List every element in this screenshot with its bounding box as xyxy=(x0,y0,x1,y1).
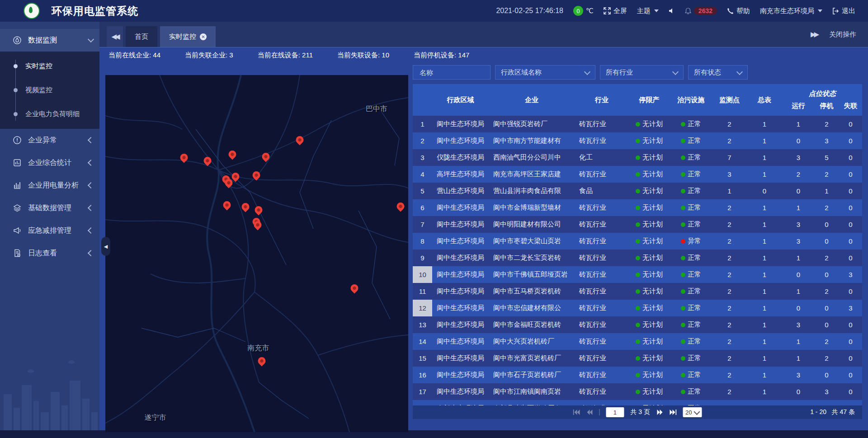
cell-stopped: 0 xyxy=(814,237,839,245)
fullscreen-button[interactable]: 全屏 xyxy=(604,7,627,15)
chevron-down-icon xyxy=(736,68,743,75)
cell-company: 阆中市金福旺页岩机砖 xyxy=(489,320,575,329)
cell-running: 1 xyxy=(783,287,814,295)
table-row[interactable]: 9阆中生态环境局阆中市二龙长宝页岩砖砖瓦行业无计划正常21120 xyxy=(413,250,862,266)
stat-item: 当前停机设备: 147 xyxy=(414,51,469,60)
map-pin-icon[interactable] xyxy=(229,151,236,158)
tab-scroll-right-button[interactable]: ▶▶ xyxy=(811,30,817,38)
page-size-select[interactable]: 20 xyxy=(683,407,702,417)
cell-index: 12 xyxy=(413,300,432,316)
first-page-button[interactable] xyxy=(573,410,580,415)
table-row[interactable]: 4高坪生态环境局南充市高坪区王家店建砖瓦行业无计划正常31220 xyxy=(413,166,862,183)
cell-index: 1 xyxy=(413,120,432,128)
table-row[interactable]: 10阆中生态环境局阆中市千佛镇五郎垭页岩砖瓦行业无计划正常21003 xyxy=(413,266,862,283)
sidebar-item-基础数据管理[interactable]: 基础数据管理 xyxy=(0,197,99,219)
map-pin-icon[interactable] xyxy=(262,153,270,160)
map-collapse-button[interactable]: ◀ xyxy=(101,237,110,256)
close-operations-button[interactable]: 关闭操作 xyxy=(829,30,856,39)
page-number-input[interactable] xyxy=(606,407,624,417)
map-pin-icon[interactable] xyxy=(258,357,266,365)
name-filter-input[interactable] xyxy=(419,68,485,77)
tab-scroll-left-button[interactable]: ◀◀ xyxy=(107,26,123,47)
last-page-button[interactable] xyxy=(669,410,676,415)
table-row[interactable]: 7阆中生态环境局阆中明阳建材有限公司砖瓦行业无计划正常21300 xyxy=(413,216,862,233)
cell-facility-status: 正常 xyxy=(670,387,712,396)
table-row[interactable]: 15阆中生态环境局阆中市光富页岩机砖厂砖瓦行业无计划正常21120 xyxy=(413,350,862,367)
cell-disconnected: 0 xyxy=(839,321,862,329)
table-row[interactable]: 14阆中生态环境局阆中大兴页岩机砖厂砖瓦行业无计划正常21120 xyxy=(413,333,862,350)
map-pin-icon[interactable] xyxy=(223,201,231,209)
tab-实时监控[interactable]: 实时监控 ✕ xyxy=(160,26,216,47)
alarm-indicator[interactable]: 2632 xyxy=(685,7,717,15)
submenu-item-视频监控[interactable]: 视频监控 xyxy=(0,78,99,102)
table-row[interactable]: 17阆中生态环境局阆中市江南镇阆南页岩砖瓦行业无计划正常21030 xyxy=(413,383,862,400)
tab-首页[interactable]: 首页 xyxy=(126,26,157,47)
cell-monitor-points: 2 xyxy=(712,287,746,295)
map-pin-icon[interactable] xyxy=(232,173,240,180)
map-pin-icon[interactable] xyxy=(242,203,250,211)
map-pin-icon[interactable] xyxy=(204,157,212,165)
table-row[interactable]: 16阆中生态环境局阆中市石子页岩机砖厂砖瓦行业无计划正常21300 xyxy=(413,367,862,383)
table-row[interactable]: 12阆中生态环境局阆中市忠信建材有限公砖瓦行业无计划正常21003 xyxy=(413,300,862,316)
map-pin-icon[interactable] xyxy=(180,154,188,161)
tab-close-icon[interactable]: ✕ xyxy=(200,33,207,40)
cell-company: 阆中市江南镇阆南页岩 xyxy=(489,387,575,396)
sidebar-item-企业综合统计[interactable]: 企业综合统计 xyxy=(0,151,99,174)
table-row[interactable]: 3仪陇生态环境局西南油气田分公司川中化工无计划正常71350 xyxy=(413,149,862,166)
cell-company: 阆中大兴页岩机砖厂 xyxy=(489,337,575,346)
table-row[interactable]: 1阆中生态环境局阆中强锐页岩砖厂砖瓦行业无计划正常21120 xyxy=(413,116,862,132)
cell-total-meters: 1 xyxy=(746,354,783,362)
table-row[interactable]: 6阆中生态环境局阆中市金博瑞新型墙材砖瓦行业无计划正常21120 xyxy=(413,199,862,216)
sidebar-item-数据监测[interactable]: 数据监测 xyxy=(0,29,99,52)
cell-region: 阆中生态环境局 xyxy=(432,237,489,245)
map-pin-icon[interactable] xyxy=(296,136,304,144)
industry-filter-select[interactable]: 所有行业 xyxy=(600,65,684,80)
map-panel[interactable]: 巴中市南充市遂宁市 ◀ xyxy=(105,75,408,432)
cell-total-meters: 1 xyxy=(746,287,783,295)
logout-icon xyxy=(832,8,839,14)
sidebar-item-应急减排管理[interactable]: 应急减排管理 xyxy=(0,219,99,242)
map-pin-icon[interactable] xyxy=(351,284,359,292)
cell-industry: 砖瓦行业 xyxy=(575,203,629,212)
logout-button[interactable]: 退出 xyxy=(832,7,855,15)
col-header-lost: 失联 xyxy=(839,102,862,110)
map-pin-icon[interactable] xyxy=(255,206,263,214)
map-pin-icon[interactable] xyxy=(253,171,260,179)
table-row[interactable]: 13阆中生态环境局阆中市金福旺页岩机砖砖瓦行业无计划正常21300 xyxy=(413,316,862,333)
sidebar-menu: 数据监测 实时监控 视频监控 企业电力负荷明细 企业异常 企业综合统计 xyxy=(0,22,99,264)
cell-facility-status: 正常 xyxy=(670,287,712,296)
table-row[interactable]: 18南部生态环境局南部县建兴页岩砖厂有砖瓦行业无计划正常21030 xyxy=(413,400,862,405)
theme-dropdown[interactable]: 主题 xyxy=(637,7,659,15)
org-dropdown[interactable]: 南充市生态环境局 xyxy=(760,7,822,15)
sidebar-item-企业用电量分析[interactable]: 企业用电量分析 xyxy=(0,174,99,197)
submenu-item-企业电力负荷明细[interactable]: 企业电力负荷明细 xyxy=(0,102,99,126)
cell-index: 15 xyxy=(413,354,432,362)
temperature: 0 ℃ xyxy=(573,6,594,16)
status-filter-select[interactable]: 所有状态 xyxy=(688,65,748,80)
map-pin-icon[interactable] xyxy=(396,203,404,210)
map-city-label: 巴中市 xyxy=(366,104,387,114)
map-pin-icon[interactable] xyxy=(254,221,262,229)
table-row[interactable]: 8阆中生态环境局阆中市枣碧大梁山页岩砖瓦行业无计划异常21300 xyxy=(413,233,862,250)
name-filter-field[interactable] xyxy=(413,65,491,80)
megaphone-icon xyxy=(13,226,22,235)
chevron-left-icon xyxy=(88,182,94,188)
mute-button[interactable] xyxy=(669,8,675,14)
cell-index: 16 xyxy=(413,371,432,379)
cell-facility-status: 正常 xyxy=(670,187,712,195)
submenu-item-实时监控[interactable]: 实时监控 xyxy=(0,54,99,78)
table-row[interactable]: 5营山生态环境局营山县润丰肉食品有限食品无计划正常10010 xyxy=(413,183,862,199)
stat-item: 当前在线企业: 44 xyxy=(108,51,160,60)
sidebar-item-日志查看[interactable]: 日志查看 xyxy=(0,242,99,264)
cell-stopped: 0 xyxy=(814,271,839,278)
cell-facility-status: 正常 xyxy=(670,203,712,212)
table-row[interactable]: 11阆中生态环境局阆中市五马桥页岩机砖砖瓦行业无计划正常21120 xyxy=(413,283,862,300)
prev-page-button[interactable] xyxy=(586,410,593,415)
region-filter-select[interactable]: 行政区域名称 xyxy=(495,65,595,80)
cell-disconnected: 0 xyxy=(839,170,862,178)
sidebar-item-企业异常[interactable]: 企业异常 xyxy=(0,129,99,151)
cell-total-meters: 1 xyxy=(746,304,783,312)
table-row[interactable]: 2阆中生态环境局阆中市南方节能建材有砖瓦行业无计划正常21030 xyxy=(413,132,862,149)
next-page-button[interactable] xyxy=(656,410,663,415)
help-button[interactable]: 帮助 xyxy=(727,7,750,15)
